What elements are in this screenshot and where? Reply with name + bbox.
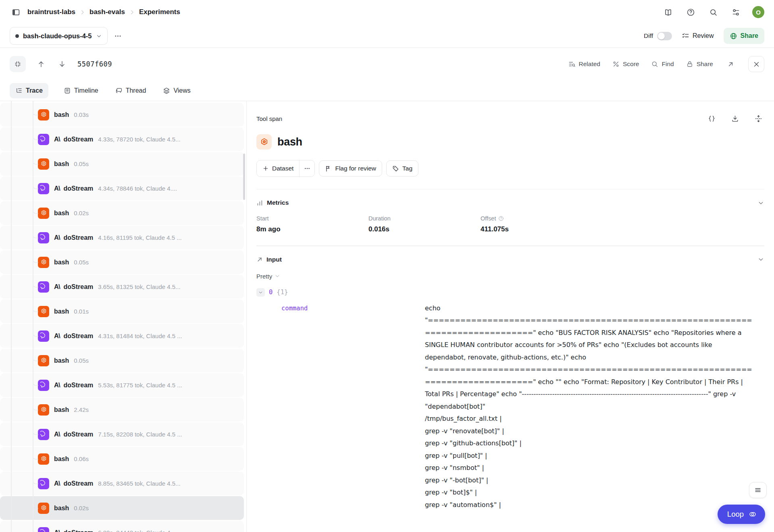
tab-thread[interactable]: Thread [114, 83, 148, 98]
top-header: braintrust-labs bash-evals Experiments O [0, 0, 774, 24]
open-fullscreen-button[interactable] [725, 59, 736, 70]
span-rows: bash 0.03s A\ doStream 4.33s, 78720 tok,… [0, 103, 244, 532]
layers-icon [163, 87, 170, 94]
span-row[interactable]: bash 0.06s [0, 447, 244, 471]
help-button[interactable] [685, 6, 697, 18]
find-label: Find [662, 60, 674, 68]
span-row[interactable]: A\ doStream 4.16s, 81195 tok, Claude 4.5… [0, 226, 244, 249]
tree-guide-line [11, 101, 12, 532]
input-collapse-button[interactable] [757, 256, 764, 263]
metrics-collapse-button[interactable] [757, 200, 764, 206]
breadcrumb-org[interactable]: braintrust-labs [27, 8, 75, 16]
help-circle-icon[interactable] [498, 216, 504, 221]
dataset-more-button[interactable] [299, 160, 314, 177]
next-span-button[interactable] [56, 58, 68, 70]
span-row[interactable]: A\ doStream 5.53s, 81775 tok, Claude 4.5… [0, 373, 244, 397]
section-divider [256, 245, 764, 246]
sidebar-toggle-button[interactable] [10, 6, 22, 18]
chevron-down-icon [275, 273, 280, 279]
chat-bubble-icon [40, 332, 47, 339]
trace-content: bash 0.03s A\ doStream 4.33s, 78720 tok,… [0, 101, 774, 532]
braces-icon [708, 115, 716, 123]
related-button[interactable]: Related [568, 60, 600, 68]
span-row[interactable]: bash 0.02s [0, 496, 244, 520]
diff-toggle[interactable] [657, 32, 672, 40]
share-label: Share [741, 32, 758, 39]
span-name: doStream [64, 283, 94, 291]
span-row[interactable]: A\ doStream 7.15s, 82208 tok, Claude 4.5… [0, 422, 244, 446]
tab-views[interactable]: Views [161, 83, 192, 98]
metric-start-value: 8m ago [256, 225, 368, 233]
metric-duration: Duration 0.016s [368, 215, 481, 233]
view-json-button[interactable] [705, 112, 718, 125]
json-root-row: 0 {1} [256, 288, 764, 297]
find-button[interactable]: Find [651, 60, 674, 68]
review-button[interactable]: Review [682, 32, 714, 40]
anthropic-logo: A\ [54, 135, 60, 143]
span-row[interactable]: A\ doStream 4.33s, 78720 tok, Claude 4.5… [0, 127, 244, 151]
global-search-button[interactable] [707, 6, 719, 18]
prev-span-button[interactable] [35, 58, 47, 70]
metric-offset-label: Offset [481, 215, 496, 222]
span-name: bash [54, 160, 69, 168]
span-name: bash [54, 455, 69, 463]
span-row[interactable]: bash 2.42s [0, 398, 244, 422]
share-span-button[interactable]: Share [686, 60, 713, 68]
input-format-select[interactable]: Pretty [256, 273, 280, 280]
expand-sections-button[interactable] [752, 112, 764, 125]
span-row[interactable]: bash 0.05s [0, 152, 244, 176]
json-collapse-button[interactable] [256, 288, 265, 297]
anthropic-logo: A\ [54, 283, 60, 291]
share-button[interactable]: Share [724, 28, 764, 44]
breadcrumb-page[interactable]: Experiments [139, 8, 180, 16]
tool-hexagon-icon [40, 455, 47, 462]
add-to-dataset-button[interactable]: Dataset [257, 160, 299, 177]
span-row[interactable]: bash 0.05s [0, 250, 244, 274]
sliders-icon [732, 8, 740, 17]
globe-icon [730, 32, 737, 40]
experiment-selector[interactable]: bash-claude-opus-4-5 [10, 27, 108, 45]
diff-label: Diff [644, 32, 653, 39]
span-row[interactable]: A\ doStream 8.85s, 83465 tok, Claude 4.5… [0, 472, 244, 495]
flag-icon [325, 165, 332, 172]
span-name: bash [54, 210, 69, 217]
flag-for-review-button[interactable]: Flag for review [319, 160, 382, 177]
avatar[interactable]: O [752, 6, 764, 18]
span-id[interactable]: 5507f609 [77, 60, 112, 68]
download-button[interactable] [729, 112, 741, 125]
collapse-panel-button[interactable] [10, 56, 26, 72]
json-key-command: command [256, 302, 425, 314]
tab-trace[interactable]: Trace [10, 83, 48, 98]
span-row[interactable]: bash 0.05s [0, 349, 244, 372]
span-row[interactable]: A\ doStream 4.34s, 78846 tok, Claude 4..… [0, 177, 244, 200]
span-row[interactable]: bash 0.02s [0, 201, 244, 225]
input-section-header: Input [256, 256, 764, 263]
experiment-more-button[interactable] [111, 29, 125, 43]
chat-bubbles-icon [115, 87, 123, 94]
span-row[interactable]: A\ doStream 4.31s, 81484 tok, Claude 4.5… [0, 324, 244, 348]
span-row[interactable]: A\ doStream 6.89s, 84448 tok, Claude 4..… [0, 521, 244, 532]
span-detail: 5.53s, 81775 tok, Claude 4.5 ... [98, 382, 182, 389]
docs-button[interactable] [662, 6, 674, 18]
chevron-down-icon [757, 200, 764, 206]
tab-timeline[interactable]: Timeline [62, 83, 100, 98]
tag-button[interactable]: Tag [386, 160, 418, 177]
span-row[interactable]: A\ doStream 3.65s, 81325 tok, Claude 4.5… [0, 275, 244, 299]
floating-menu-button[interactable] [749, 482, 767, 498]
span-row[interactable]: bash 0.01s [0, 299, 244, 323]
span-detail: 0.05s [74, 259, 89, 266]
close-trace-button[interactable] [748, 56, 764, 72]
metrics-heading: Metrics [267, 199, 289, 206]
json-value-command[interactable]: echo "==================================… [425, 302, 754, 511]
score-label: Score [623, 60, 639, 68]
span-detail: 7.15s, 82208 tok, Claude 4.5 ... [98, 431, 182, 438]
toggle-knob [658, 33, 665, 39]
list-scrollbar[interactable] [243, 154, 245, 200]
score-button[interactable]: Score [612, 60, 639, 68]
anthropic-logo: A\ [54, 529, 60, 532]
span-name: bash [54, 111, 69, 118]
loop-button[interactable]: Loop [718, 505, 765, 524]
breadcrumb-project[interactable]: bash-evals [89, 8, 125, 16]
span-row[interactable]: bash 0.03s [0, 103, 244, 127]
settings-button[interactable] [730, 6, 742, 18]
